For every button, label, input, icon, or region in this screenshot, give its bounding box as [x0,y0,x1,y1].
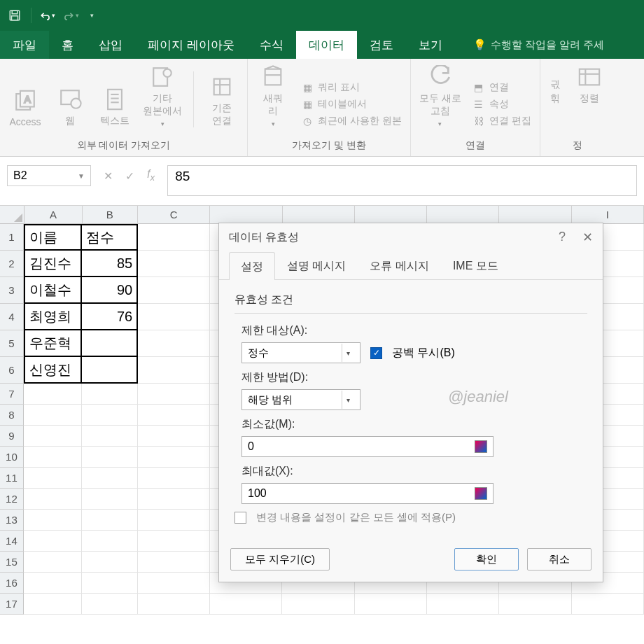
chevron-down-icon[interactable]: ▼ [78,172,85,180]
cell[interactable] [499,594,571,615]
row-header[interactable]: 6 [0,357,24,384]
cell[interactable] [210,594,282,615]
row-header[interactable]: 14 [0,531,24,552]
close-icon[interactable]: ✕ [582,230,593,245]
col-header-b[interactable]: B [83,206,138,223]
cell[interactable] [138,405,210,426]
cell[interactable] [138,573,210,594]
save-icon[interactable] [7,8,22,23]
cell[interactable] [82,426,138,447]
col-header[interactable] [355,206,427,223]
row-header[interactable]: 8 [0,405,24,426]
ignore-blank-checkbox[interactable]: ✓ [370,347,382,359]
cell[interactable] [24,384,82,405]
properties-button[interactable]: ☰ 속성 [472,98,531,111]
col-header-a[interactable]: A [24,206,83,223]
cell[interactable] [82,357,138,384]
cell[interactable] [138,447,210,468]
cell[interactable] [24,489,82,510]
row-header[interactable]: 2 [0,251,24,277]
cell[interactable] [82,552,138,573]
cell[interactable] [82,489,138,510]
range-picker-icon[interactable] [475,440,487,453]
cell[interactable] [24,594,82,615]
tab-ime-mode[interactable]: IME 모드 [441,251,510,279]
tab-file[interactable]: 파일 [0,31,49,59]
cell[interactable] [82,531,138,552]
cell[interactable] [138,594,210,615]
select-all-corner[interactable] [0,206,24,223]
row-header[interactable]: 7 [0,384,24,405]
cell[interactable] [138,468,210,489]
cell[interactable] [82,573,138,594]
cell[interactable] [138,330,210,357]
cell[interactable]: 점수 [82,224,138,251]
cell[interactable] [24,531,82,552]
col-header-i[interactable]: I [572,206,644,223]
cell[interactable] [24,468,82,489]
from-web-button[interactable]: 웹 [53,87,87,127]
cell[interactable]: 90 [82,277,138,304]
help-icon[interactable]: ? [559,230,566,245]
row-header[interactable]: 9 [0,426,24,447]
cell[interactable] [24,447,82,468]
row-header[interactable]: 5 [0,330,24,357]
cell[interactable]: 최영희 [24,304,82,330]
from-access-button[interactable]: A Access [8,88,42,127]
cell[interactable]: 이철수 [24,277,82,304]
row-header[interactable]: 10 [0,447,24,468]
cancel-button[interactable]: 취소 [527,548,592,570]
row-header[interactable]: 1 [0,224,24,251]
tab-home[interactable]: 홈 [49,31,86,59]
cancel-icon[interactable]: ✕ [104,169,113,183]
tab-layout[interactable]: 페이지 레이아웃 [135,31,247,59]
col-header[interactable] [210,206,282,223]
cell[interactable] [138,426,210,447]
cell[interactable]: 85 [82,251,138,277]
cell[interactable] [82,330,138,357]
cell[interactable] [24,405,82,426]
redo-icon[interactable]: ▾ [64,8,79,23]
cell[interactable]: 76 [82,304,138,330]
tab-data[interactable]: 데이터 [296,31,357,59]
row-header[interactable]: 11 [0,468,24,489]
refresh-all-button[interactable]: 모두 새로 고침 ▾ [419,64,461,127]
max-input[interactable]: 100 [241,483,493,504]
recent-sources-button[interactable]: ◷ 최근에 사용한 원본 [301,115,402,127]
cell[interactable] [82,384,138,405]
cell[interactable] [138,489,210,510]
cell[interactable] [82,468,138,489]
col-header-c[interactable]: C [138,206,210,223]
cell[interactable] [24,552,82,573]
row-header[interactable]: 4 [0,304,24,330]
row-header[interactable]: 13 [0,510,24,531]
apply-others-checkbox[interactable]: ✓ [234,512,246,524]
cell[interactable] [138,552,210,573]
connections-button[interactable]: ⬒ 연결 [472,81,531,94]
tab-review[interactable]: 검토 [357,31,406,59]
sort-desc-button[interactable]: 힊 [549,92,561,105]
cell[interactable] [138,357,210,384]
data-combo[interactable]: 해당 범위 ▾ [241,389,360,410]
cell[interactable] [82,510,138,531]
sort-asc-button[interactable]: 긗 [549,78,561,91]
cell[interactable] [24,510,82,531]
existing-connections-button[interactable]: 기존 연결 [205,74,239,127]
tell-me[interactable]: 💡 수행할 작업을 알려 주세 [461,31,617,59]
col-header[interactable] [427,206,499,223]
col-header[interactable] [283,206,355,223]
clear-all-button[interactable]: 모두 지우기(C) [230,548,330,570]
cell[interactable] [24,573,82,594]
row-header[interactable]: 17 [0,594,24,615]
cell[interactable] [138,531,210,552]
col-header[interactable] [499,206,571,223]
cell[interactable] [138,224,210,251]
cell[interactable]: 김진수 [24,251,82,277]
cell[interactable] [355,594,427,615]
show-queries-button[interactable]: ▦ 쿼리 표시 [301,81,402,94]
fx-icon[interactable]: fx [147,168,155,183]
dialog-titlebar[interactable]: 데이터 유효성 ? ✕ [219,223,603,251]
tab-input-message[interactable]: 설명 메시지 [275,251,358,279]
allow-combo[interactable]: 정수 ▾ [241,342,360,363]
cell[interactable] [427,594,499,615]
